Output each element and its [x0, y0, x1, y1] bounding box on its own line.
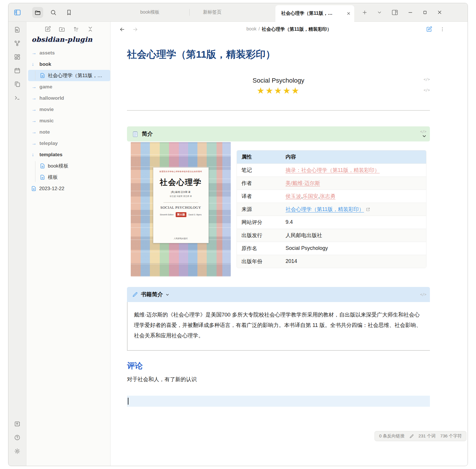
star-rating[interactable]: ★★★★★: [127, 86, 430, 96]
search-tab-icon[interactable]: [48, 7, 59, 18]
cover-edition-en: Eleventh Edition: [160, 214, 174, 216]
folder-game[interactable]: →game: [28, 81, 110, 92]
edit-block-icon[interactable]: </>: [424, 77, 430, 81]
col-content: 内容: [281, 150, 426, 163]
minimize-icon[interactable]: [408, 10, 413, 15]
bookmarks-tab-icon[interactable]: [63, 7, 75, 18]
graph-view-icon[interactable]: [14, 40, 21, 47]
tab-book-template[interactable]: book模板: [110, 3, 189, 21]
back-icon[interactable]: [119, 26, 125, 32]
breadcrumb-separator: /: [259, 26, 260, 32]
note-internal-link[interactable]: 摘录：社会心理学（第11版，精装彩印）: [286, 167, 380, 173]
edit-block-icon[interactable]: </>: [420, 292, 426, 297]
intro-callout: 简介 </> 教育部高等学校心理学教学指导委员会推荐用书 社会心理学: [127, 126, 430, 277]
edit-mode-icon[interactable]: [426, 26, 432, 32]
file-current-note[interactable]: 社会心理学（第11版，…: [28, 70, 110, 81]
tab-active-note[interactable]: 社会心理学（第11版，…: [275, 5, 354, 22]
folder-collapsed-arrow-icon: →: [32, 84, 37, 90]
sort-order-icon[interactable]: [73, 26, 79, 32]
translator-internal-link[interactable]: 张志勇: [320, 193, 335, 199]
summary-text: 戴维·迈尔斯的《社会心理学》是美国700 多所大专院校社会心理学教学所采用的教材…: [127, 302, 430, 351]
folder-expanded-arrow-icon: ↓: [32, 61, 37, 67]
source-external-link[interactable]: 社会心理学（第11版，精装彩印）: [286, 206, 364, 212]
terminal-icon[interactable]: [14, 94, 21, 101]
file-tree: →assets ↓book 社会心理学（第11版，… →game →hallow…: [26, 47, 110, 194]
row-value: 9.4: [281, 216, 426, 229]
folder-collapsed-arrow-icon: →: [32, 118, 37, 124]
breadcrumb-file[interactable]: 社会心理学（第11版，精装彩印）: [262, 26, 332, 32]
obsidian-window: book模板 新标签页 社会心理学（第11版，…: [8, 3, 468, 466]
tab-new-tab[interactable]: 新标签页: [190, 3, 275, 21]
folder-book[interactable]: ↓book: [28, 59, 110, 70]
row-key: 来源: [237, 203, 281, 216]
file-daily-note[interactable]: 2023-12-22: [28, 183, 110, 194]
folder-halloworld[interactable]: →halloworld: [28, 92, 110, 104]
edit-block-icon[interactable]: </>: [420, 130, 426, 134]
status-bar: 0 条反向链接 231 个词 736 个字符: [375, 431, 466, 441]
collapse-all-icon[interactable]: [87, 26, 94, 32]
hero-block: Social Psychology ★★★★★ </> </>: [127, 77, 430, 96]
row-key: 译者: [237, 190, 281, 203]
comments-text: 对于社会和人，有了新的认识: [127, 376, 430, 383]
tab-close-icon[interactable]: [346, 11, 351, 16]
canvas-icon[interactable]: [14, 53, 21, 60]
translator-internal-link[interactable]: 乐国安: [303, 193, 318, 199]
author-internal-link[interactable]: 美/戴维·迈尔斯: [286, 180, 320, 186]
file-book-template[interactable]: book模板: [28, 160, 110, 172]
toggle-right-sidebar-icon[interactable]: [391, 9, 398, 16]
folder-collapsed-arrow-icon: →: [32, 107, 37, 112]
more-options-icon[interactable]: [440, 27, 445, 32]
vault-title[interactable]: obsidian-plugin: [32, 35, 110, 43]
toggle-left-sidebar-icon[interactable]: [14, 9, 21, 16]
collapse-chevron-icon[interactable]: [166, 293, 169, 297]
folder-expanded-arrow-icon: ↓: [32, 152, 37, 158]
tab-label: 社会心理学（第11版，…: [281, 10, 346, 17]
table-header-row: 属性 内容: [237, 150, 426, 163]
breadcrumb-folder[interactable]: book: [246, 26, 257, 32]
table-row: 出版发行 人民邮电出版社: [237, 229, 426, 242]
files-tab-icon[interactable]: [32, 7, 43, 18]
summary-callout-title: 书籍简介: [141, 291, 163, 298]
folder-collapsed-arrow-icon: →: [32, 141, 37, 146]
intro-callout-header[interactable]: 简介 </>: [127, 126, 430, 141]
folder-music[interactable]: →music: [28, 115, 110, 126]
translator-internal-link[interactable]: 侯玉波: [286, 193, 301, 199]
comments-heading: 评论: [127, 361, 430, 371]
folder-assets[interactable]: →assets: [28, 47, 110, 59]
backlinks-count[interactable]: 0 条反向链接: [379, 433, 405, 439]
file-template[interactable]: 模板: [28, 172, 110, 183]
new-tab-icon[interactable]: [362, 10, 368, 15]
summary-callout-header[interactable]: 书籍简介 </>: [127, 287, 430, 302]
new-note-icon[interactable]: [44, 26, 51, 32]
folder-note[interactable]: →note: [28, 126, 110, 138]
forward-icon[interactable]: [132, 26, 138, 32]
maximize-icon[interactable]: [422, 10, 428, 15]
settings-gear-icon[interactable]: [14, 448, 21, 455]
vault-switcher-icon[interactable]: [14, 420, 21, 427]
folder-movie[interactable]: →movie: [28, 104, 110, 115]
help-icon[interactable]: [14, 434, 21, 441]
folder-collapsed-arrow-icon: →: [32, 129, 37, 135]
divider: [127, 110, 430, 111]
col-attribute: 属性: [237, 150, 281, 163]
folder-templates[interactable]: ↓templates: [28, 149, 110, 160]
close-window-icon[interactable]: [437, 10, 442, 15]
templates-icon[interactable]: [14, 81, 21, 88]
tab-label: book模板: [140, 9, 160, 15]
tab-list-chevron-icon[interactable]: [377, 10, 382, 15]
quick-switcher-icon[interactable]: [14, 26, 21, 33]
new-folder-icon[interactable]: [59, 26, 65, 32]
table-row: 来源 社会心理学（第11版，精装彩印）: [237, 203, 426, 216]
row-value: Social Psychology: [281, 242, 426, 255]
folder-teleplay[interactable]: →teleplay: [28, 138, 110, 149]
notepad-icon: [132, 130, 139, 138]
breadcrumb: book / 社会心理学（第11版，精装彩印）: [246, 26, 332, 32]
row-key: 出版年份: [237, 255, 281, 268]
collapse-chevron-icon[interactable]: [422, 134, 426, 138]
calendar-icon[interactable]: [14, 67, 21, 74]
active-editor-line[interactable]: [127, 396, 430, 407]
table-row: 译者 侯玉波,乐国安,张志勇: [237, 190, 426, 203]
cover-publisher: 人民邮电出版社: [174, 237, 188, 240]
book-cover-image[interactable]: 教育部高等学校心理学教学指导委员会推荐用书 社会心理学 [美] 戴维·迈尔斯 著…: [131, 142, 231, 277]
edit-block-icon[interactable]: </>: [424, 88, 430, 92]
